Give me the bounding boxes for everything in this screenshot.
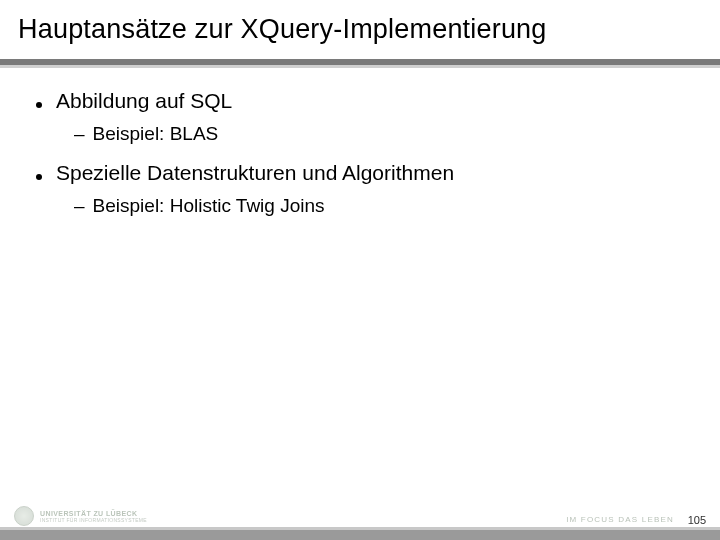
university-seal-icon xyxy=(14,506,34,526)
content-area: Abbildung auf SQL – Beispiel: BLAS Spezi… xyxy=(0,68,720,540)
sub-bullet-item: – Beispiel: BLAS xyxy=(74,120,684,148)
bullet-text: Spezielle Datenstrukturen und Algorithme… xyxy=(56,158,454,188)
slide-title: Hauptansätze zur XQuery-Implementierung xyxy=(18,14,702,45)
sub-bullet-text: Beispiel: Holistic Twig Joins xyxy=(93,192,325,220)
institute-name: INSTITUT FÜR INFORMATIONSSYSTEME xyxy=(40,518,147,523)
page-number: 105 xyxy=(688,514,706,526)
sub-bullet-text: Beispiel: BLAS xyxy=(93,120,219,148)
bullet-text: Abbildung auf SQL xyxy=(56,86,232,116)
slide: Hauptansätze zur XQuery-Implementierung … xyxy=(0,0,720,540)
university-name: UNIVERSITÄT ZU LÜBECK xyxy=(40,510,147,517)
bullet-dot-icon xyxy=(36,102,42,108)
footer-tagline: IM FOCUS DAS LEBEN xyxy=(566,515,674,524)
sub-bullet-item: – Beispiel: Holistic Twig Joins xyxy=(74,192,684,220)
footer-logo-block: UNIVERSITÄT ZU LÜBECK INSTITUT FÜR INFOR… xyxy=(14,506,147,526)
footer-bar-dark xyxy=(0,530,720,540)
bullet-item: Abbildung auf SQL xyxy=(36,86,684,116)
bullet-item: Spezielle Datenstrukturen und Algorithme… xyxy=(36,158,684,188)
title-area: Hauptansätze zur XQuery-Implementierung xyxy=(0,0,720,53)
footer: UNIVERSITÄT ZU LÜBECK INSTITUT FÜR INFOR… xyxy=(0,506,720,540)
university-text: UNIVERSITÄT ZU LÜBECK INSTITUT FÜR INFOR… xyxy=(40,510,147,523)
dash-icon: – xyxy=(74,192,85,220)
bullet-dot-icon xyxy=(36,174,42,180)
dash-icon: – xyxy=(74,120,85,148)
